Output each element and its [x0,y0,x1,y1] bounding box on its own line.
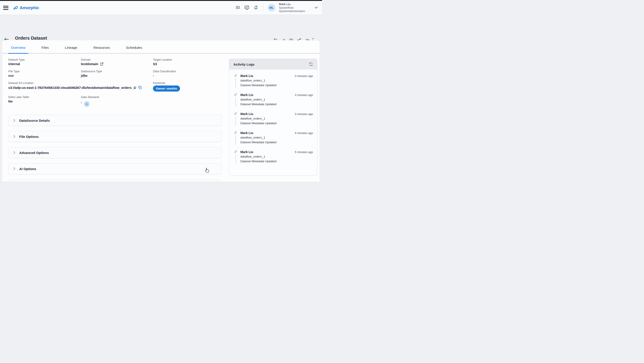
topbar: Amorphic ML Mark Liu [0,1,322,15]
user-role-line1: SystemRole- [279,6,305,10]
activity-logs-panel: Activity Logs Mark Liu 0 minutes ago [229,59,317,176]
section-datasource-details[interactable]: DataSource Details [8,115,222,126]
external-link-icon[interactable] [100,62,104,66]
field-label: Domain [81,58,153,61]
copy-icon[interactable] [138,86,142,90]
field-domain: Domain testdomain [81,58,153,66]
section-ai-options[interactable]: AI Options [8,163,222,174]
brand-logo[interactable]: Amorphic [14,5,39,10]
edit-pencil-icon [234,112,238,115]
section-title: DataSource Details [19,119,50,122]
field-value: jdbc [81,74,153,78]
field-label: Keywords [153,82,222,85]
tab-files[interactable]: Files [39,46,52,54]
chevron-right-icon [13,151,16,154]
section-title: Advanced Options [19,151,49,155]
field-s3-location: Dataset S3 Location s3://adp-us-east-1-7… [8,82,153,92]
tab-overview[interactable]: Overview [8,46,28,54]
dashboard-monitor-icon[interactable] [244,5,250,10]
chevron-right-icon [13,167,16,171]
field-data-stewards: Data Stewards - + [81,96,153,105]
entry-time: 3 minutes ago [295,112,313,116]
activity-entry: Mark Liu 3 minutes ago dataflow_orders_1… [234,93,313,110]
edit-pencil-icon [234,150,238,153]
timeline-line [236,135,236,145]
user-role-line2: SystemAdministrators [279,10,305,13]
section-file-options[interactable]: File Options [8,131,222,142]
menu-hamburger-icon[interactable] [3,6,8,10]
field-label: Data Stewards [81,96,153,99]
details-grid: Dataset Type internal Domain testdomain … [8,58,222,109]
chevron-right-icon [13,135,16,138]
brand-name: Amorphic [20,5,39,10]
field-data-classification: Data Classification - [153,70,222,78]
tab-schedules[interactable]: Schedules [124,46,145,54]
section-partial[interactable] [8,180,222,182]
field-label: Delta Lake Table [8,96,81,99]
field-value: testdomain [81,62,98,66]
field-value: - [81,101,82,104]
section-title: File Options [19,135,39,139]
activity-entry: Mark Liu 4 minutes ago dataflow_orders_1… [234,131,313,148]
entry-user: Mark Liu [240,74,253,78]
entry-action: Dataset Metadata Updated [240,140,313,145]
field-keywords: Keywords Owner: markliu [153,82,222,92]
avatar[interactable]: ML [268,4,275,12]
tab-lineage[interactable]: Lineage [62,46,80,54]
add-plus-icon[interactable]: + [84,101,90,107]
entry-target: dataflow_orders_1 [240,154,313,159]
field-value: S3 [153,62,222,66]
search-icon[interactable] [235,5,240,10]
entry-action: Dataset Metadata Updated [240,121,313,126]
field-label: Dataset S3 Location [8,82,153,85]
entry-target: dataflow_orders_1 [240,135,313,140]
field-target-location: Target Location S3 [153,58,222,66]
field-label: Dataset Type [8,58,81,61]
field-label: Data Classification [153,70,222,73]
chevron-down-icon[interactable] [314,7,318,9]
activity-logs-header: Activity Logs [229,59,317,70]
field-value: s3://adp-us-east-1-783764581330-cloudd46… [8,86,136,90]
field-label: Datasource Type [81,70,153,73]
entry-user: Mark Liu [240,150,253,154]
edit-pencil-icon [234,131,238,134]
keyword-badge[interactable]: Owner: markliu [153,86,180,92]
field-delta-lake-table: Delta Lake Table No [8,96,81,105]
tab-resources[interactable]: Resources [91,46,113,54]
activity-entry: Mark Liu 5 minutes ago dataflow_orders_1… [234,150,313,167]
field-dataset-type: Dataset Type internal [8,58,81,66]
entry-target: dataflow_orders_1 [240,97,313,102]
activity-entry: Mark Liu 3 minutes ago dataflow_orders_1… [234,112,313,129]
main-card: Overview Files Lineage Resources Schedul… [2,40,320,182]
activity-list: Mark Liu 0 minutes ago dataflow_orders_1… [229,70,317,167]
entry-user: Mark Liu [240,131,253,135]
user-name: Mark Liu [279,2,305,6]
topbar-divider [263,4,263,12]
entry-user: Mark Liu [240,93,253,97]
entry-action: Dataset Metadata Updated [240,83,313,88]
tabbar: Overview Files Lineage Resources Schedul… [2,40,320,54]
notifications-bell-icon[interactable] [253,5,258,10]
user-menu[interactable]: Mark Liu SystemRole- SystemAdministrator… [279,2,305,13]
field-value: No [8,100,81,103]
edit-pencil-icon [234,93,238,96]
field-label: Target Location [153,58,222,61]
entry-time: 5 minutes ago [295,150,313,154]
timeline-line [236,78,236,88]
section-advanced-options[interactable]: Advanced Options [8,147,222,158]
section-title: AI Options [19,167,36,171]
edit-pencil-icon [234,74,238,77]
field-file-type: File Type csv [8,70,81,78]
entry-time: 3 minutes ago [295,93,313,97]
entry-target: dataflow_orders_1 [240,116,313,121]
entry-time: 0 minutes ago [295,74,313,78]
page-title: Orders Dataset [15,36,47,41]
page-header: Orders Dataset Created By Mark Liu a day… [0,15,322,40]
entry-time: 4 minutes ago [295,131,313,135]
timeline-line [236,154,236,164]
field-value: csv [8,74,81,78]
refresh-icon[interactable] [308,62,313,67]
field-value: - [153,74,222,78]
entry-user: Mark Liu [240,112,253,116]
activity-logs-title: Activity Logs [234,63,254,66]
